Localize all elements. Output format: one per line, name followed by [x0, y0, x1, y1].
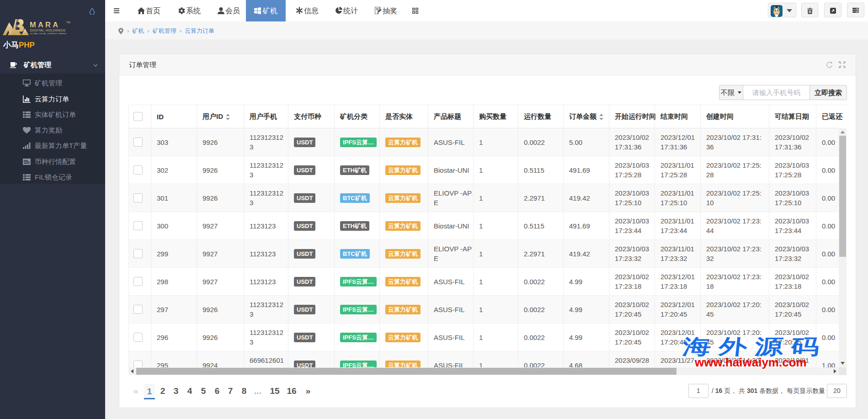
svg-text:DIGITAL HOLDINGS: DIGITAL HOLDINGS [30, 28, 65, 32]
svg-text:MARA: MARA [30, 21, 60, 29]
svg-text:TM: TM [66, 21, 70, 24]
svg-text:GLOBAL DIGITAL CURRENCY MINING: GLOBAL DIGITAL CURRENCY MINING [30, 32, 67, 35]
